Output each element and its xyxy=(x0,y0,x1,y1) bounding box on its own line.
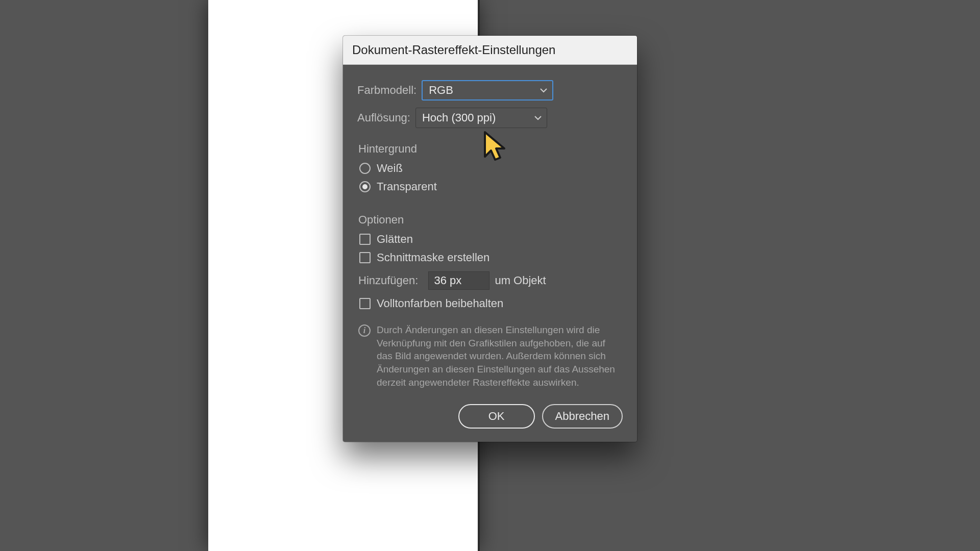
clipmask-label: Schnittmaske erstellen xyxy=(377,251,489,264)
clipmask-checkbox[interactable]: Schnittmaske erstellen xyxy=(359,251,623,264)
color-model-select[interactable]: RGB xyxy=(422,80,553,101)
dialog-body: Farbmodell: RGB Auflösung: Hoch (300 ppi… xyxy=(343,65,637,442)
dialog-button-row: OK Abbrechen xyxy=(357,404,623,429)
antialias-label: Glätten xyxy=(377,233,413,246)
options-group: Optionen Glätten Schnittmaske erstellen … xyxy=(357,198,623,310)
background-white-radio[interactable]: Weiß xyxy=(359,162,623,175)
background-transparent-label: Transparent xyxy=(377,180,437,193)
info-text: Durch Änderungen an diesen Einstellungen… xyxy=(377,323,622,389)
add-padding-row: Hinzufügen: um Objekt xyxy=(358,271,623,290)
add-padding-label: Hinzufügen: xyxy=(358,274,418,287)
dialog-title: Dokument-Rastereffekt-Einstellungen xyxy=(343,36,637,65)
background-group-label: Hintergrund xyxy=(358,142,623,156)
color-model-row: Farbmodell: RGB xyxy=(357,80,623,101)
color-model-value: RGB xyxy=(429,84,453,97)
resolution-row: Auflösung: Hoch (300 ppi) xyxy=(357,108,623,128)
raster-effect-settings-dialog: Dokument-Rastereffekt-Einstellungen Farb… xyxy=(343,36,637,442)
background-white-label: Weiß xyxy=(377,162,403,175)
radio-checked-icon xyxy=(359,181,371,192)
preserve-spot-checkbox[interactable]: Volltonfarben beibehalten xyxy=(359,297,623,310)
resolution-select[interactable]: Hoch (300 ppi) xyxy=(415,108,547,128)
chevron-down-icon xyxy=(534,114,542,121)
resolution-label: Auflösung: xyxy=(357,111,410,124)
checkbox-icon xyxy=(359,234,371,245)
radio-icon xyxy=(359,163,371,174)
options-group-label: Optionen xyxy=(358,213,623,227)
chevron-down-icon xyxy=(540,87,547,94)
preserve-spot-label: Volltonfarben beibehalten xyxy=(377,297,503,310)
background-transparent-radio[interactable]: Transparent xyxy=(359,180,623,193)
checkbox-icon xyxy=(359,252,371,263)
add-padding-input[interactable] xyxy=(428,271,489,290)
ok-button[interactable]: OK xyxy=(458,404,535,429)
checkbox-icon xyxy=(359,298,371,309)
antialias-checkbox[interactable]: Glätten xyxy=(359,233,623,246)
info-row: i Durch Änderungen an diesen Einstellung… xyxy=(357,323,623,389)
resolution-value: Hoch (300 ppi) xyxy=(422,111,496,124)
add-padding-suffix: um Objekt xyxy=(495,274,546,287)
cancel-button[interactable]: Abbrechen xyxy=(542,404,623,429)
color-model-label: Farbmodell: xyxy=(357,84,416,97)
info-icon: i xyxy=(358,324,371,337)
